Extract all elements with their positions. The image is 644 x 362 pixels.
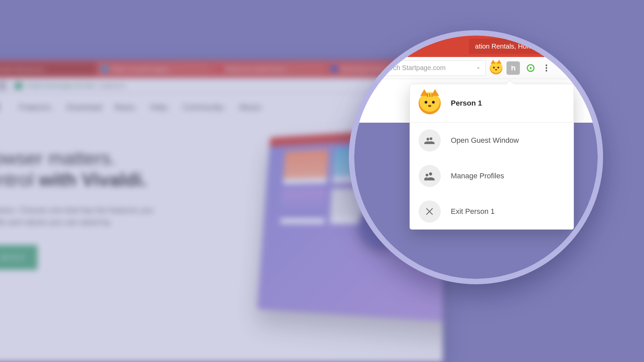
profile-menu-item-exit[interactable]: Exit Person 1 xyxy=(410,194,574,229)
close-icon[interactable] xyxy=(0,81,5,90)
svg-point-1 xyxy=(546,64,547,66)
cat-avatar-icon xyxy=(490,62,502,74)
tab[interactable]: Hotels.com | Hotell | Find c… xyxy=(212,63,325,75)
nav-item-about[interactable]: About▾ xyxy=(239,103,264,112)
menu-item-label: Manage Profiles xyxy=(451,172,504,180)
profile-menu: Person 1 Open Guest Window Manage Profil… xyxy=(410,84,574,230)
zoom-callout: ation Rentals, Homes, E earch Startpage.… xyxy=(349,30,603,284)
download-button[interactable]: ad v2.3 xyxy=(0,245,38,270)
menu-item-label: Exit Person 1 xyxy=(451,207,495,216)
nav-item-download[interactable]: Download xyxy=(66,103,102,112)
site-identity-text: Vivaldi Technologies AS (NO) xyxy=(25,83,95,89)
current-profile-name: Person 1 xyxy=(451,99,482,108)
close-icon xyxy=(419,200,441,223)
extension-button-play[interactable] xyxy=(524,61,537,75)
vertical-dots-icon xyxy=(545,64,547,72)
profile-menu-item-manage[interactable]: Manage Profiles xyxy=(410,158,574,194)
site-identity-badge xyxy=(15,82,22,89)
menu-item-label: Open Guest Window xyxy=(451,136,519,145)
play-extension-icon xyxy=(527,64,535,72)
tab-strip: browser that puts you Twitter. It's what… xyxy=(0,60,443,78)
nav-item-community[interactable]: Community▾ xyxy=(182,103,227,112)
tab-label: browser that puts you xyxy=(0,66,44,72)
tab[interactable]: browser that puts you xyxy=(0,63,96,75)
person-gear-icon xyxy=(419,165,441,187)
chevron-down-icon xyxy=(475,65,481,71)
search-placeholder: earch Startpage.com xyxy=(383,64,446,72)
tab-label: ation Rentals, Homes, E xyxy=(475,43,547,50)
svg-point-2 xyxy=(546,67,547,69)
plus-icon xyxy=(561,43,568,50)
cat-avatar-icon xyxy=(419,92,441,114)
profile-button[interactable] xyxy=(490,62,502,74)
hero-sub: rowsers. Choose one that has the feature… xyxy=(0,204,201,228)
new-tab-button[interactable] xyxy=(558,40,570,52)
tab-label: Hotels.com | Hotell | Find c… xyxy=(226,66,291,72)
profile-menu-item-guest[interactable]: Open Guest Window xyxy=(410,123,574,158)
search-field[interactable]: earch Startpage.com xyxy=(378,60,486,76)
tab-label: Twitter. It's what's happen… xyxy=(111,66,173,72)
tab-strip: ation Rentals, Homes, E xyxy=(349,36,603,57)
extension-button-h[interactable] xyxy=(506,61,520,75)
promo-stage: browser that puts you Twitter. It's what… xyxy=(0,0,644,362)
main-menu-button[interactable] xyxy=(541,61,551,75)
people-icon xyxy=(419,129,441,152)
nav-item-news[interactable]: News▾ xyxy=(114,103,138,112)
h-extension-icon xyxy=(509,64,517,72)
url-text: vivaldi.com xyxy=(99,83,125,89)
nav-item-features[interactable]: Features▾ xyxy=(19,103,54,112)
search-engine-dropdown[interactable] xyxy=(474,64,483,72)
active-tab[interactable]: ation Rentals, Homes, E xyxy=(469,39,553,54)
url-field[interactable]: Vivaldi Technologies AS (NO) vivaldi.com xyxy=(10,80,406,92)
svg-point-3 xyxy=(546,70,547,71)
profile-menu-current[interactable]: Person 1 xyxy=(410,84,574,122)
tab[interactable]: Twitter. It's what's happen… xyxy=(98,63,211,75)
nav-item-help[interactable]: Help▾ xyxy=(150,103,170,112)
